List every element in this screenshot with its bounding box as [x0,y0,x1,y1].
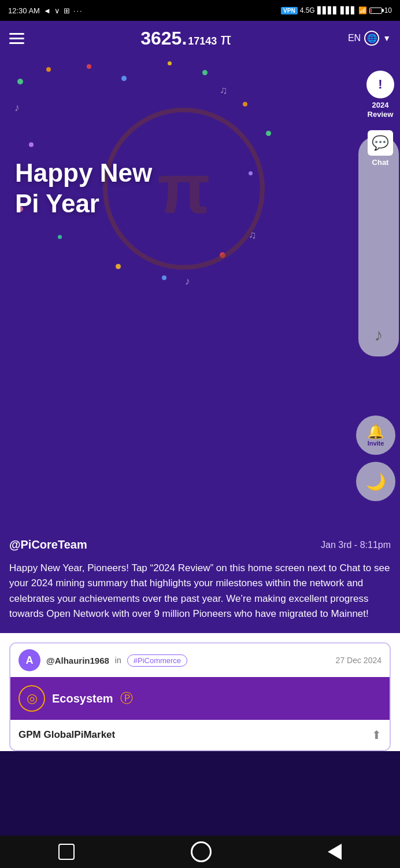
location-icon: ◄ [43,6,51,15]
nav-circle-button[interactable] [191,841,212,862]
post-date: Jan 3rd - 8:11pm [321,540,391,550]
pi-inner-symbol: π [157,149,210,229]
bell-icon: 🔔 [367,424,384,440]
music-note: ♪ [185,275,190,288]
battery-fill [371,9,372,13]
shared-card-header: A @Alhaurin1968 in #PiCommerce 27 Dec 20… [10,643,390,677]
music-note-icon: ♪ [375,325,383,345]
post-header: @PiCoreTeam Jan 3rd - 8:11pm [0,530,400,555]
music-note: ♪ [14,102,20,114]
confetti-dot [266,131,271,136]
share-icon[interactable]: ⬆ [372,728,382,742]
confetti-dot [116,264,121,269]
banner-line2: Pi Year [15,189,152,219]
confetti-dot [87,64,91,69]
review-text: 2024 Review [368,101,394,119]
balance-decimal: 17143 [188,35,217,47]
wifi-icon: 📶 [358,6,367,14]
confetti-dot [168,61,172,65]
signal-bars-1: ▋▋▋▋ [317,6,338,14]
main-content: ! 2024 Review 💬 Chat ♪ [0,56,400,530]
pi-coin-icon: Ⓟ [120,690,133,707]
music-note: ♫ [220,84,228,97]
ecosystem-icon: ◎ [18,685,45,712]
status-left: 12:30 AM ◄ ∨ ⊞ ··· [8,6,83,15]
signal-bars-2: ▋▋▋ [340,6,356,14]
review-button[interactable]: ! 2024 Review [361,67,400,122]
chevron-down-icon: ▼ [383,34,391,43]
chat-label: Chat [372,158,389,167]
status-right: VPN 4.5G ▋▋▋▋ ▋▋▋ 📶 10 [281,6,392,14]
hamburger-line-3 [9,42,24,44]
chat-button[interactable]: 💬 Chat [362,127,399,170]
time-display: 12:30 AM [8,6,40,15]
confetti-dot [243,102,247,106]
balance-area: 3625. 17143 π [140,28,231,49]
battery-percent: 10 [384,6,392,14]
shared-date: 27 Dec 2024 [336,656,382,665]
shared-username: @Alhaurin1968 [46,656,109,665]
exclamation-icon: ! [378,77,382,92]
chat-icon: 💬 [368,130,393,156]
status-bar: 12:30 AM ◄ ∨ ⊞ ··· VPN 4.5G ▋▋▋▋ ▋▋▋ 📶 1… [0,0,400,21]
confetti-dot [121,76,127,81]
moon-icon: 🌙 [366,472,386,491]
banner-area: ♪ ♫ ♪ ♫ π Happy New Pi Year [0,56,400,322]
battery-icon [369,8,382,14]
banner-text: Happy New Pi Year [9,158,152,219]
hamburger-menu[interactable] [9,33,24,44]
right-buttons: ! 2024 Review 💬 Chat [361,67,400,170]
globe-icon: 🌐 [364,31,379,46]
hamburger-line-2 [9,38,24,39]
ecosystem-label: Ecosystem [52,692,113,705]
weather-icon: ∨ [54,6,60,15]
confetti-dot [58,235,62,239]
confetti-dot [29,142,34,147]
top-nav: 3625. 17143 π EN 🌐 ▼ [0,21,400,56]
confetti-dot [46,67,51,72]
post-body: Happy New Year, Pioneers! Tap “2024 Revi… [0,555,400,633]
grid-icon: ⊞ [64,6,70,15]
post-section: @PiCoreTeam Jan 3rd - 8:11pm Happy New Y… [0,530,400,751]
confetti-dot [162,275,166,280]
invite-label: Invite [368,440,384,447]
gpm-text: GPM GlobalPiMarket [18,729,115,741]
hamburger-line-1 [9,33,24,35]
nav-square-button[interactable] [58,844,75,860]
shared-in-label: in [115,656,121,665]
shared-avatar: A [18,649,40,671]
pi-symbol: π [220,30,231,49]
bottom-nav [0,836,400,868]
nav-back-button[interactable] [328,844,342,860]
confetti-dot [17,79,23,84]
shared-tag[interactable]: #PiCommerce [127,654,187,667]
review-year: 2024 [368,101,394,110]
review-label: Review [368,110,394,119]
post-author: @PiCoreTeam [9,538,87,551]
confetti-dot [202,70,208,75]
balance-main: 3625. [140,28,187,49]
shared-card-footer: GPM GlobalPiMarket ⬆ [10,720,390,750]
shared-card-body: ◎ Ecosystem Ⓟ [10,677,390,720]
dots-icon: ··· [73,6,83,15]
shared-card[interactable]: A @Alhaurin1968 in #PiCommerce 27 Dec 20… [9,642,391,751]
invite-button[interactable]: 🔔 Invite [356,415,395,455]
vpn-badge: VPN [281,7,298,14]
banner-line1: Happy New [15,158,152,189]
language-selector[interactable]: EN 🌐 ▼ [348,31,391,46]
language-label: EN [348,33,361,43]
network-speed: 4.5G [300,6,315,14]
dark-mode-button[interactable]: 🌙 [356,462,395,501]
review-icon: ! [366,71,394,98]
